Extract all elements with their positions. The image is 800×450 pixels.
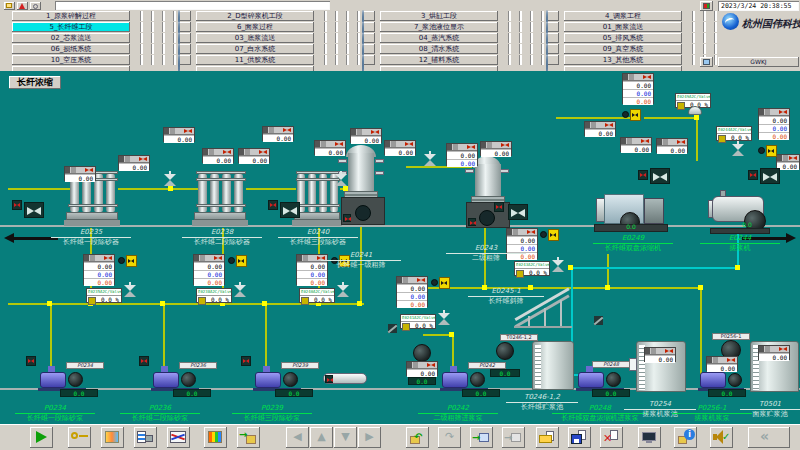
menu-cell-strip[interactable] [316, 55, 360, 65]
value-display[interactable]: 0.00 [706, 356, 738, 371]
save-files-button[interactable] [568, 427, 591, 448]
faceplate-E0241[interactable]: 0.000.000.00 [396, 276, 428, 307]
value-display[interactable]: 0.00 [202, 148, 234, 163]
value-display[interactable]: 0.00 [620, 137, 652, 152]
menu-row-icon-button[interactable] [546, 33, 559, 43]
monitor-button[interactable] [638, 427, 661, 448]
agitator-icon[interactable] [280, 202, 300, 218]
menu-cell-strip[interactable] [684, 22, 717, 32]
menu-cell-strip[interactable] [132, 22, 176, 32]
menu-item-3[interactable]: 3_烘缸工段 [380, 11, 498, 21]
value-display[interactable]: 0.000.00 [446, 143, 478, 166]
menu-cell-strip[interactable] [132, 11, 176, 21]
menu-item-09[interactable]: 09_真空系统 [564, 44, 682, 54]
nav-right-button[interactable]: ▶ [358, 427, 381, 448]
faceplate-E0249[interactable]: 0.000.000.00 [622, 73, 654, 104]
value-display[interactable]: 0.00 [644, 347, 676, 362]
control-valve-icon[interactable] [552, 257, 564, 274]
control-valve-icon[interactable] [234, 282, 246, 299]
menu-item-05[interactable]: 05_排风系统 [564, 33, 682, 43]
menu-item-5-active[interactable]: 5_长纤维工段 [12, 22, 130, 32]
open-files-button[interactable] [536, 427, 559, 448]
menu-row-icon-button[interactable] [178, 55, 191, 65]
gwkj-button[interactable]: GWKJ [718, 57, 799, 67]
agitator-icon[interactable] [650, 168, 670, 184]
menu-cell-strip[interactable] [316, 11, 360, 21]
export-button[interactable]: → [502, 427, 525, 448]
menu-item-08[interactable]: 08_清水系统 [380, 44, 498, 54]
value-display[interactable]: 0.00 [776, 154, 800, 169]
note-icon-button[interactable] [4, 2, 15, 10]
export-data-button[interactable]: → [237, 427, 260, 448]
menu-item-11[interactable]: 11_供胶系统 [196, 55, 314, 65]
status-icon-button[interactable] [30, 2, 41, 10]
menu-cell-strip[interactable] [132, 55, 176, 65]
control-valve-icon[interactable] [124, 282, 136, 299]
menu-row-icon-button[interactable] [362, 44, 375, 54]
menu-item-10[interactable]: 10_空压系统 [12, 55, 130, 65]
valve-position-display[interactable]: E0241A2C/Valve0.0 % [400, 314, 436, 329]
ack-button[interactable] [439, 277, 450, 289]
menu-item-4[interactable]: 4_调浆工程 [564, 11, 682, 21]
menu-cell-strip[interactable] [500, 22, 544, 32]
gwkj-icon-button[interactable] [700, 57, 713, 67]
line-valve-icon[interactable] [335, 171, 347, 188]
nav-up-button[interactable]: ▲ [310, 427, 333, 448]
pump-P0248[interactable]: P0248 0.0 [578, 362, 640, 398]
menu-item-07[interactable]: 07_白水系统 [196, 44, 314, 54]
ack-button[interactable] [548, 229, 559, 241]
menu-cell-strip[interactable] [132, 33, 176, 43]
audio-confirm-button[interactable]: ✓ [710, 427, 733, 448]
drain-valve-icon[interactable] [594, 316, 603, 325]
menu-cell-strip[interactable] [316, 33, 360, 43]
cleaner-E0238[interactable] [194, 168, 250, 228]
line-valve-icon[interactable] [164, 171, 176, 188]
menu-item-12[interactable]: 12_辅料系统 [380, 55, 498, 65]
valve-closed-icon[interactable] [268, 200, 278, 210]
import-button[interactable]: → [470, 427, 493, 448]
value-display[interactable]: 0.00 [406, 361, 438, 376]
kneader-E0244[interactable]: 0.0 [706, 192, 776, 236]
menu-cell-strip[interactable] [132, 44, 176, 54]
valve-position-display[interactable]: E0235A2C/Valve0.0 % [86, 288, 122, 303]
value-display[interactable]: 0.00 [64, 166, 96, 181]
print-report-button[interactable] [134, 427, 157, 448]
menu-row-icon-button[interactable] [546, 55, 559, 65]
faceplate-E0244[interactable]: 0.000.000.00 [758, 108, 790, 139]
valve-closed-icon[interactable] [748, 170, 758, 180]
menu-row-icon-button[interactable] [178, 33, 191, 43]
value-display[interactable]: 0.00 [480, 141, 512, 156]
value-display[interactable]: 0.00 [350, 128, 382, 143]
value-display[interactable]: 0.00 [163, 127, 195, 142]
nav-left-button[interactable]: ◀ [286, 427, 309, 448]
menu-cell-strip[interactable] [500, 55, 544, 65]
menu-row-icon-button[interactable] [178, 44, 191, 54]
info-button[interactable]: i [674, 427, 697, 448]
run-button[interactable] [30, 427, 53, 448]
value-display[interactable]: 0.00 [384, 140, 416, 155]
valve-closed-icon[interactable] [638, 170, 648, 180]
menu-item-13[interactable]: 13_其他系统 [564, 55, 682, 65]
alarm-icon-button[interactable] [17, 2, 28, 10]
value-display[interactable]: 0.00 [238, 148, 270, 163]
report-button[interactable] [101, 427, 124, 448]
valve-closed-icon[interactable] [12, 200, 22, 210]
pump-P0234[interactable]: P0234 0.0 [40, 362, 102, 398]
delete-files-button[interactable]: ✕ [600, 427, 623, 448]
menu-cell-strip[interactable] [684, 44, 717, 54]
trend-button[interactable] [167, 427, 190, 448]
faceplate-E0235[interactable]: 0.000.000.00 [83, 254, 115, 285]
menu-item-1[interactable]: 1_原浆碎解过程 [12, 11, 130, 21]
valve-closed-icon[interactable] [26, 356, 36, 366]
menu-item-6[interactable]: 6_面浆过程 [196, 22, 314, 32]
valve-position-display[interactable]: E0243A2C/Valve0.0 % [514, 261, 550, 276]
menu-cell-strip[interactable] [684, 33, 717, 43]
menu-row-icon-button[interactable] [546, 11, 559, 21]
menu-row-icon-button[interactable] [362, 55, 375, 65]
menu-cell-strip[interactable] [500, 11, 544, 21]
menu-cell-strip[interactable] [500, 44, 544, 54]
pump-P0236[interactable]: P0236 0.0 [153, 362, 215, 398]
valve-position-display[interactable]: E0244A2C/Valve0.0 % [716, 126, 752, 141]
menu-cell-strip[interactable] [316, 22, 360, 32]
value-display[interactable]: 0.00 [758, 345, 790, 360]
